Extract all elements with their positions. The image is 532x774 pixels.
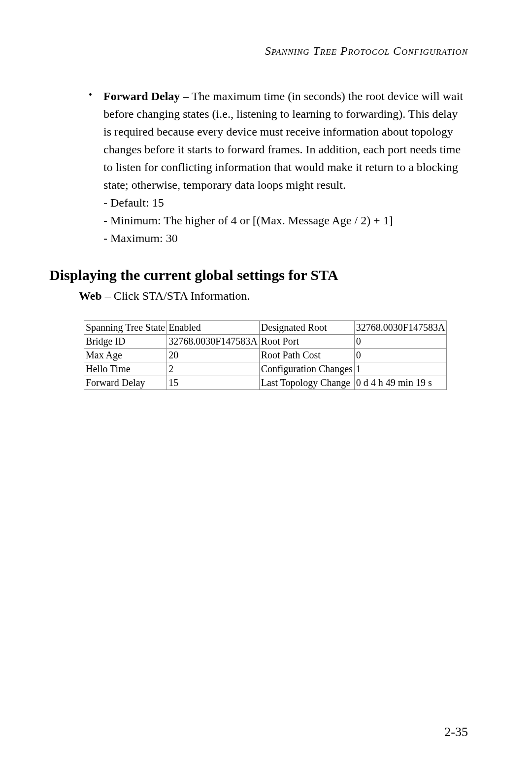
table-cell: 0 (354, 335, 447, 349)
bullet-label: Forward Delay (103, 90, 180, 103)
bullet-sub-item: - Minimum: The higher of 4 or [(Max. Mes… (103, 211, 468, 229)
table-cell: 32768.0030F147583A (354, 321, 447, 335)
table-cell: 0 (354, 349, 447, 362)
sta-info-table: Spanning Tree State Enabled Designated R… (84, 320, 447, 390)
bullet-item: • Forward Delay – The maximum time (in s… (103, 87, 468, 247)
table-cell: Configuration Changes (259, 362, 354, 376)
table-row: Max Age 20 Root Path Cost 0 (84, 349, 447, 362)
table-row: Forward Delay 15 Last Topology Change 0 … (84, 376, 447, 390)
section-heading: Displaying the current global settings f… (49, 267, 483, 283)
table-cell: Root Path Cost (259, 349, 354, 362)
table-cell: Max Age (84, 349, 167, 362)
bullet-description: The maximum time (in seconds) the root d… (103, 90, 463, 191)
table-cell: 32768.0030F147583A (167, 335, 260, 349)
bullet-icon: • (89, 89, 92, 101)
page-number: 2-35 (444, 725, 468, 739)
bullet-sub-item: - Maximum: 30 (103, 229, 468, 247)
table-cell: 1 (354, 362, 447, 376)
table-cell: Hello Time (84, 362, 167, 376)
table-cell: Forward Delay (84, 376, 167, 390)
table-row: Spanning Tree State Enabled Designated R… (84, 321, 447, 335)
table-cell: Enabled (167, 321, 260, 335)
table-cell: 0 d 4 h 49 min 19 s (354, 376, 447, 390)
instruction-text: Click STA/STA Information. (114, 289, 250, 302)
instruction-line: Web – Click STA/STA Information. (79, 289, 483, 303)
table-cell: Bridge ID (84, 335, 167, 349)
bullet-text: Forward Delay – The maximum time (in sec… (103, 87, 468, 194)
table-cell: Designated Root (259, 321, 354, 335)
table-cell: Last Topology Change (259, 376, 354, 390)
instruction-label: Web (79, 289, 102, 302)
table-row: Hello Time 2 Configuration Changes 1 (84, 362, 447, 376)
bullet-sep: – (180, 90, 192, 103)
table-cell: 2 (167, 362, 260, 376)
instruction-sep: – (102, 289, 114, 302)
table-cell: Root Port (259, 335, 354, 349)
table-cell: Spanning Tree State (84, 321, 167, 335)
table-row: Bridge ID 32768.0030F147583A Root Port 0 (84, 335, 447, 349)
table-cell: 20 (167, 349, 260, 362)
bullet-sub-item: - Default: 15 (103, 194, 468, 211)
table-cell: 15 (167, 376, 260, 390)
page-header-title: Spanning Tree Protocol Configuration (49, 44, 483, 58)
